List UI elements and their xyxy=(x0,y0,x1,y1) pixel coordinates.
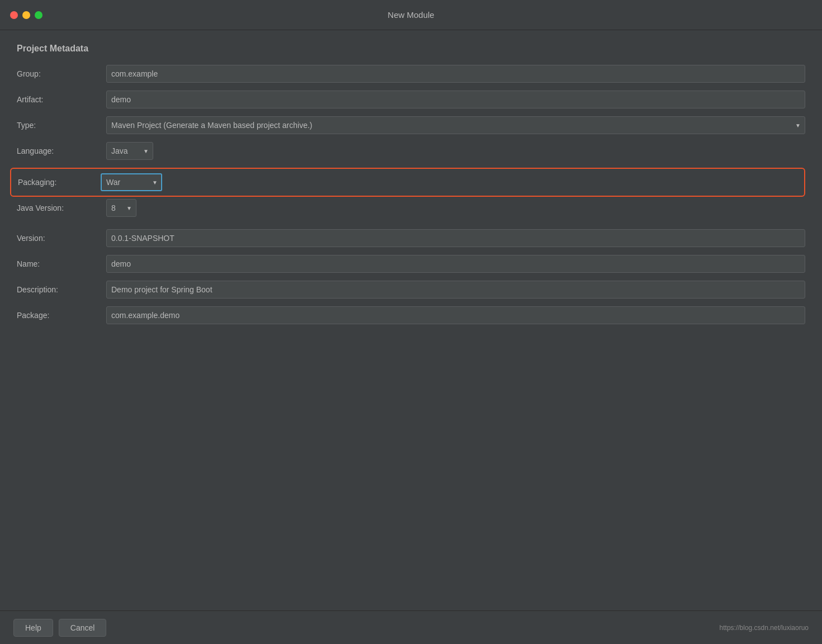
package-row: Package: xyxy=(17,306,805,324)
artifact-input[interactable] xyxy=(106,91,805,108)
type-row: Type: Maven Project (Generate a Maven ba… xyxy=(17,116,805,134)
type-select[interactable]: Maven Project (Generate a Maven based pr… xyxy=(106,116,805,134)
cancel-button[interactable]: Cancel xyxy=(59,619,107,637)
window-title: New Module xyxy=(388,10,434,20)
language-select[interactable]: Java Kotlin Groovy xyxy=(106,142,153,160)
traffic-lights xyxy=(10,11,42,19)
packaging-label: Packaging: xyxy=(18,178,101,187)
maximize-button[interactable] xyxy=(35,11,42,19)
footer-buttons: Help Cancel xyxy=(13,619,106,637)
language-select-wrapper: Java Kotlin Groovy ▼ xyxy=(106,142,153,160)
type-label: Type: xyxy=(17,121,106,130)
java-version-label: Java Version: xyxy=(17,203,106,212)
java-version-select-wrapper: 8 11 17 21 ▼ xyxy=(106,199,136,217)
form-content: Project Metadata Group: Artifact: Type: … xyxy=(0,30,822,610)
name-row: Name: xyxy=(17,255,805,273)
title-bar: New Module xyxy=(0,0,822,30)
version-input[interactable] xyxy=(106,229,805,247)
packaging-highlight-box: Packaging: Jar War ▼ xyxy=(10,168,805,197)
group-input[interactable] xyxy=(106,65,805,83)
packaging-select[interactable]: Jar War xyxy=(101,173,162,191)
description-input[interactable] xyxy=(106,281,805,299)
help-button[interactable]: Help xyxy=(13,619,53,637)
packaging-select-wrapper: Jar War ▼ xyxy=(101,173,162,191)
package-input[interactable] xyxy=(106,306,805,324)
name-input[interactable] xyxy=(106,255,805,273)
new-module-window: New Module Project Metadata Group: Artif… xyxy=(0,0,822,644)
name-label: Name: xyxy=(17,259,106,268)
artifact-label: Artifact: xyxy=(17,95,106,104)
package-label: Package: xyxy=(17,311,106,320)
spacer xyxy=(17,225,805,229)
java-version-select[interactable]: 8 11 17 21 xyxy=(106,199,136,217)
group-label: Group: xyxy=(17,69,106,78)
language-row: Language: Java Kotlin Groovy ▼ xyxy=(17,142,805,160)
java-version-row: Java Version: 8 11 17 21 ▼ xyxy=(17,199,805,217)
type-select-wrapper: Maven Project (Generate a Maven based pr… xyxy=(106,116,805,134)
footer-link: https://blog.csdn.net/luxiaoruo xyxy=(720,624,809,632)
group-row: Group: xyxy=(17,65,805,83)
artifact-row: Artifact: xyxy=(17,91,805,108)
description-row: Description: xyxy=(17,281,805,299)
close-button[interactable] xyxy=(10,11,18,19)
minimize-button[interactable] xyxy=(22,11,30,19)
version-row: Version: xyxy=(17,229,805,247)
footer: Help Cancel https://blog.csdn.net/luxiao… xyxy=(0,610,822,644)
description-label: Description: xyxy=(17,285,106,294)
section-title: Project Metadata xyxy=(17,44,805,54)
language-label: Language: xyxy=(17,146,106,155)
version-label: Version: xyxy=(17,234,106,243)
